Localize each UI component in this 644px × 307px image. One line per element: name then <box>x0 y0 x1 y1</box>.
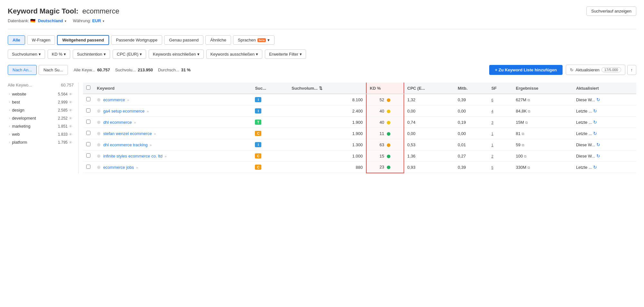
add-keyword-icon[interactable]: ⊕ <box>97 131 101 136</box>
filter-suchintention[interactable]: Suchintention ▾ <box>73 50 110 59</box>
kd-cell: 40 <box>366 117 404 128</box>
kd-cell: 15 <box>366 150 404 162</box>
aktualisieren-button[interactable]: ↻ Aktualisieren 17/5.000 <box>566 65 625 75</box>
sf-link[interactable]: 4 <box>491 109 493 113</box>
keyword-link[interactable]: dhl ecommerce tracking <box>103 142 148 147</box>
row-checkbox[interactable] <box>86 108 90 113</box>
refresh-row-icon[interactable]: ↻ <box>593 165 597 170</box>
keyword-link[interactable]: ecommerce <box>103 97 125 102</box>
tab-weitgehend[interactable]: Weitgehend passend <box>57 35 109 45</box>
eye-icon[interactable]: 👁 <box>69 132 72 136</box>
left-panel-item[interactable]: › website 5.564 👁 <box>8 90 74 98</box>
keyword-link[interactable]: stefan wenzel ecommerce <box>103 131 152 136</box>
row-checkbox[interactable] <box>86 153 90 158</box>
left-panel-item[interactable]: › marketing 1.851 👁 <box>8 122 74 130</box>
export-button[interactable]: ↑ <box>627 65 637 75</box>
tab-alle[interactable]: Alle <box>8 35 25 45</box>
sf-link[interactable]: 1 <box>491 143 493 147</box>
add-keyword-button[interactable]: + Zu Keyword Liste hinzufügen <box>489 65 563 75</box>
select-all-checkbox[interactable] <box>86 86 90 90</box>
filter-suchvolumen[interactable]: Suchvolumen ▾ <box>8 50 45 59</box>
filter-cpc[interactable]: CPC (EUR) ▾ <box>113 50 146 59</box>
left-panel-item[interactable]: › development 2.252 👁 <box>8 114 74 122</box>
left-panel-count: 60.757 <box>61 83 74 87</box>
refresh-row-icon[interactable]: ↻ <box>596 142 600 147</box>
row-checkbox[interactable] <box>86 165 90 169</box>
sf-link[interactable]: 1 <box>491 132 493 136</box>
refresh-row-icon[interactable]: ↻ <box>593 131 597 136</box>
intent-badge: C <box>255 131 261 136</box>
ergebnisse-cell: 627M ⧉ <box>513 94 573 105</box>
eye-icon[interactable]: 👁 <box>69 116 72 120</box>
country-dropdown-icon[interactable]: ▾ <box>65 19 66 23</box>
chevron-down-icon: ▾ <box>300 52 302 57</box>
sf-cell: 4 <box>488 105 513 117</box>
sf-link[interactable]: 2 <box>491 154 493 158</box>
keyword-cell: ⊕ stefan wenzel ecommerce » <box>94 128 252 139</box>
refresh-row-icon[interactable]: ↻ <box>593 120 597 125</box>
filter-kd[interactable]: KD % ▾ <box>48 50 70 59</box>
keyword-arrows: » <box>134 121 136 124</box>
currency-dropdown-icon[interactable]: ▾ <box>103 19 104 23</box>
tab-sprachen[interactable]: Sprachen beta ▾ <box>233 35 275 45</box>
sf-cell: 6 <box>488 94 513 105</box>
beta-badge: beta <box>257 38 266 42</box>
alle-keywords-value: 60.757 <box>97 68 110 72</box>
add-keyword-icon[interactable]: ⊕ <box>97 120 101 125</box>
add-keyword-icon[interactable]: ⊕ <box>97 165 101 170</box>
add-keyword-icon[interactable]: ⊕ <box>97 108 101 113</box>
left-panel-item[interactable]: › best 2.999 👁 <box>8 98 74 106</box>
tab-ahnliche[interactable]: Ähnliche <box>205 35 231 45</box>
keyword-link[interactable]: dhl ecommerce <box>103 120 132 125</box>
refresh-row-icon[interactable]: ↻ <box>596 153 600 158</box>
tab-w-fragen[interactable]: W-Fragen <box>27 35 55 45</box>
eye-icon[interactable]: 👁 <box>69 124 72 128</box>
keyword-link[interactable]: infinite styles ecommerce co. ltd <box>103 154 163 158</box>
refresh-row-icon[interactable]: ↻ <box>596 97 600 102</box>
eye-icon[interactable]: 👁 <box>69 92 72 96</box>
keyword-link[interactable]: ecommerce jobs <box>103 165 134 170</box>
left-panel-item[interactable]: › web 1.833 👁 <box>8 130 74 138</box>
chevron-down-icon: ▾ <box>39 52 41 57</box>
sort-by-an-button[interactable]: Nach An... <box>8 65 37 75</box>
tab-genau[interactable]: Genau passend <box>164 35 203 45</box>
left-panel-item[interactable]: › platform 1.795 👁 <box>8 138 74 146</box>
sf-link[interactable]: 5 <box>491 166 493 169</box>
keyword-link[interactable]: ga4 setup ecommerce <box>103 109 145 113</box>
currency-link[interactable]: EUR <box>92 18 101 23</box>
row-checkbox[interactable] <box>86 120 90 124</box>
eye-icon[interactable]: 👁 <box>69 100 72 104</box>
cpc-cell: 0,00 <box>404 105 455 117</box>
mitb-cell: 0,00 <box>454 105 488 117</box>
kd-cell: 40 <box>366 105 404 117</box>
suchverlauf-button[interactable]: Suchverlauf anzeigen <box>586 6 636 16</box>
add-keyword-icon[interactable]: ⊕ <box>97 142 101 147</box>
row-checkbox[interactable] <box>86 131 90 135</box>
col-suchvolumen[interactable]: Suchvolum... ⇅ <box>288 83 366 94</box>
chevron-down-icon: ▾ <box>256 52 258 57</box>
table-row: ⊕ infinite styles ecommerce co. ltd » C … <box>83 150 636 162</box>
intent-badge: C <box>255 153 261 158</box>
ergebnisse-cell: 84,8K ⧉ <box>513 105 573 117</box>
kd-dot <box>387 155 390 158</box>
row-checkbox[interactable] <box>86 97 90 101</box>
sort-by-su-button[interactable]: Nach Su... <box>39 65 68 75</box>
sf-cell: 1 <box>488 128 513 139</box>
refresh-row-icon[interactable]: ↻ <box>593 108 597 113</box>
add-keyword-icon[interactable]: ⊕ <box>97 97 101 102</box>
filter-einschliessen[interactable]: Keywords einschließen ▾ <box>149 50 204 59</box>
tab-passende[interactable]: Passende Wortgruppe <box>111 35 162 45</box>
left-panel-item[interactable]: › design 2.585 👁 <box>8 106 74 114</box>
eye-icon[interactable]: 👁 <box>69 108 72 112</box>
add-keyword-icon[interactable]: ⊕ <box>97 153 101 158</box>
filter-erweitert[interactable]: Erweiterte Filter ▾ <box>265 50 306 59</box>
left-panel-item-count: 5.564 <box>58 92 68 96</box>
row-checkbox[interactable] <box>86 142 90 146</box>
sf-link[interactable]: 6 <box>491 98 493 102</box>
aktualisiert-cell: Letzte ... ↻ <box>573 128 636 139</box>
filter-ausschliessen[interactable]: Keywords ausschließen ▾ <box>206 50 262 59</box>
country-link[interactable]: Deutschland <box>38 18 63 23</box>
table-row: ⊕ dhl ecommerce » T 1.900 40 0,74 0,19 3… <box>83 117 636 128</box>
sf-link[interactable]: 3 <box>491 121 493 124</box>
eye-icon[interactable]: 👁 <box>69 140 72 144</box>
